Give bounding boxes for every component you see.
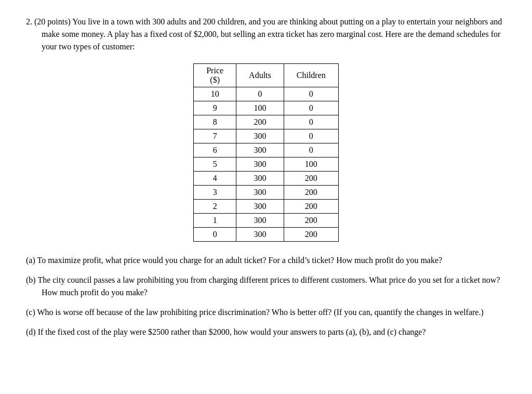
table-cell: 3 (194, 186, 236, 200)
table-cell: 4 (194, 172, 236, 186)
table-cell: 100 (284, 157, 338, 172)
table-cell: 300 (236, 172, 284, 186)
table-row: 3300200 (194, 186, 339, 200)
price-header: Price($) (194, 64, 236, 87)
table-cell: 300 (236, 157, 284, 172)
table-cell: 100 (236, 101, 284, 115)
table-cell: 8 (194, 115, 236, 129)
table-row: 1300200 (194, 214, 339, 228)
table-cell: 200 (284, 200, 338, 214)
label-a: (a) (26, 256, 35, 265)
children-header: Children (284, 64, 338, 87)
sub-question-d: (d) If the fixed cost of the play were $… (26, 326, 506, 338)
table-cell: 0 (236, 87, 284, 101)
table-cell: 300 (236, 214, 284, 228)
table-cell: 200 (284, 172, 338, 186)
table-row: 63000 (194, 143, 339, 157)
text-c: Who is worse off because of the law proh… (37, 308, 483, 317)
table-cell: 200 (236, 115, 284, 129)
text-d: If the fixed cost of the play were $2500… (38, 327, 426, 336)
table-cell: 300 (236, 200, 284, 214)
table-cell: 300 (236, 129, 284, 143)
table-cell: 200 (284, 214, 338, 228)
table-cell: 300 (236, 186, 284, 200)
table-row: 91000 (194, 101, 339, 115)
question-intro: 2. (20 points) You live in a town with 3… (26, 16, 506, 53)
table-cell: 0 (284, 101, 338, 115)
table-cell: 5 (194, 157, 236, 172)
sub-question-c: (c) Who is worse off because of the law … (26, 306, 506, 319)
question-text-content: You live in a town with 300 adults and 2… (42, 17, 502, 51)
table-row: 5300100 (194, 157, 339, 172)
table-cell: 0 (194, 228, 236, 242)
table-cell: 300 (236, 143, 284, 157)
table-cell: 9 (194, 101, 236, 115)
question-points: (20 points) (34, 17, 71, 26)
table-cell: 200 (284, 186, 338, 200)
table-row: 2300200 (194, 200, 339, 214)
sub-questions: (a) To maximize profit, what price would… (26, 254, 506, 338)
demand-table: Price($) Adults Children 100091000820007… (193, 63, 339, 242)
table-cell: 200 (284, 228, 338, 242)
text-a: To maximize profit, what price would you… (37, 256, 442, 265)
text-b: The city council passes a law prohibitin… (37, 275, 500, 297)
sub-question-a: (a) To maximize profit, what price would… (26, 254, 506, 267)
table-cell: 0 (284, 115, 338, 129)
table-cell: 0 (284, 143, 338, 157)
table-cell: 1 (194, 214, 236, 228)
adults-header: Adults (236, 64, 284, 87)
table-cell: 2 (194, 200, 236, 214)
table-row: 73000 (194, 129, 339, 143)
sub-question-b: (b) The city council passes a law prohib… (26, 274, 506, 299)
question-block: 2. (20 points) You live in a town with 3… (26, 16, 506, 338)
question-number: 2. (26, 17, 32, 26)
label-d: (d) (26, 327, 36, 336)
demand-table-container: Price($) Adults Children 100091000820007… (26, 63, 506, 242)
table-cell: 7 (194, 129, 236, 143)
table-cell: 0 (284, 129, 338, 143)
table-row: 4300200 (194, 172, 339, 186)
label-c: (c) (26, 308, 35, 317)
table-cell: 300 (236, 228, 284, 242)
table-row: 1000 (194, 87, 339, 101)
table-row: 0300200 (194, 228, 339, 242)
table-row: 82000 (194, 115, 339, 129)
table-cell: 10 (194, 87, 236, 101)
label-b: (b) (26, 275, 36, 284)
table-cell: 0 (284, 87, 338, 101)
table-cell: 6 (194, 143, 236, 157)
